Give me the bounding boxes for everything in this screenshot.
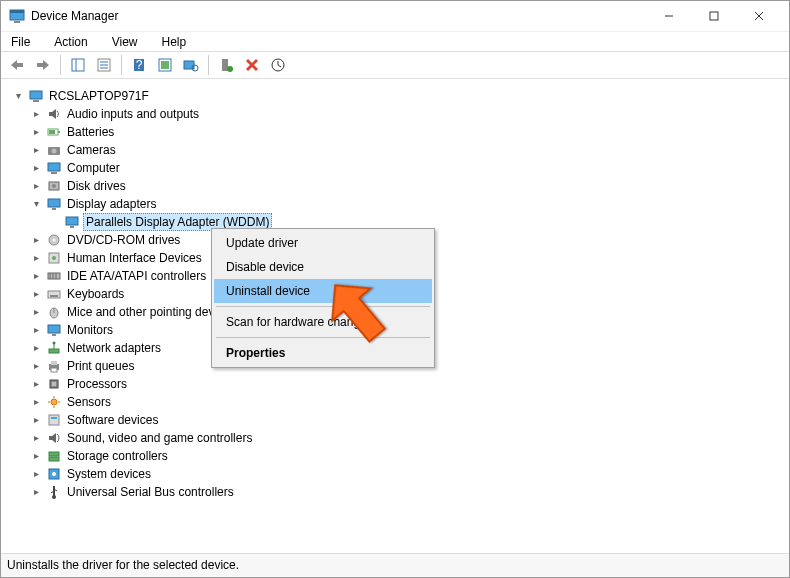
tree-category-label: System devices xyxy=(65,465,153,483)
expand-icon[interactable]: ▸ xyxy=(29,375,43,393)
maximize-button[interactable] xyxy=(691,2,736,30)
tree-category[interactable]: ▸Batteries xyxy=(11,123,779,141)
computer-icon xyxy=(28,88,44,104)
svg-point-74 xyxy=(52,495,56,499)
svg-rect-62 xyxy=(52,382,56,386)
tree-category[interactable]: ▸Processors xyxy=(11,375,779,393)
expand-icon[interactable]: ▸ xyxy=(29,123,43,141)
expand-icon[interactable]: ▸ xyxy=(29,339,43,357)
expand-icon[interactable]: ▸ xyxy=(29,105,43,123)
svg-rect-33 xyxy=(48,163,60,171)
tree-category[interactable]: ▸System devices xyxy=(11,465,779,483)
svg-rect-59 xyxy=(51,361,57,365)
minimize-button[interactable] xyxy=(646,2,691,30)
keyboard-icon xyxy=(46,286,62,302)
expand-icon[interactable]: ▸ xyxy=(29,231,43,249)
tree-category-label: Monitors xyxy=(65,321,115,339)
expand-icon[interactable]: ▸ xyxy=(29,483,43,501)
svg-rect-37 xyxy=(48,199,60,207)
usb-icon xyxy=(46,484,62,500)
app-icon xyxy=(9,8,25,24)
sound-icon xyxy=(46,430,62,446)
svg-rect-69 xyxy=(51,417,57,419)
expand-icon[interactable]: ▸ xyxy=(29,411,43,429)
monitor-icon xyxy=(46,322,62,338)
toolbar-separator xyxy=(121,55,122,75)
tree-category-label: Keyboards xyxy=(65,285,126,303)
menu-view[interactable]: View xyxy=(108,33,142,51)
tree-category[interactable]: ▸Sensors xyxy=(11,393,779,411)
context-menu-uninstall-device[interactable]: Uninstall device xyxy=(214,279,432,303)
context-menu: Update driver Disable device Uninstall d… xyxy=(211,228,435,368)
scan-hardware-button[interactable] xyxy=(179,53,203,77)
expand-icon[interactable]: ▾ xyxy=(29,195,43,213)
tree-root-label: RCSLAPTOP971F xyxy=(47,87,151,105)
tree-category-label: Display adapters xyxy=(65,195,158,213)
tree-category[interactable]: ▸Cameras xyxy=(11,141,779,159)
context-menu-properties[interactable]: Properties xyxy=(214,341,432,365)
expand-icon[interactable]: ▸ xyxy=(29,357,43,375)
tree-category[interactable]: ▸Disk drives xyxy=(11,177,779,195)
expand-icon[interactable]: ▸ xyxy=(29,159,43,177)
tree-category[interactable]: ▸Software devices xyxy=(11,411,779,429)
menu-file[interactable]: File xyxy=(7,33,34,51)
expand-icon[interactable]: ▸ xyxy=(29,429,43,447)
properties-button[interactable] xyxy=(92,53,116,77)
close-button[interactable] xyxy=(736,2,781,30)
tree-category[interactable]: ▸Audio inputs and outputs xyxy=(11,105,779,123)
scan-changes-button[interactable] xyxy=(266,53,290,77)
svg-rect-53 xyxy=(48,325,60,333)
expand-icon[interactable]: ▸ xyxy=(29,249,43,267)
tree-category[interactable]: ▸Computer xyxy=(11,159,779,177)
expand-icon[interactable]: ▸ xyxy=(29,447,43,465)
battery-icon xyxy=(46,124,62,140)
expand-icon[interactable]: ▸ xyxy=(29,177,43,195)
svg-point-63 xyxy=(51,399,57,405)
display-icon xyxy=(64,214,80,230)
expand-icon[interactable]: ▸ xyxy=(29,393,43,411)
title-bar: Device Manager xyxy=(1,1,789,31)
expand-icon[interactable]: ▸ xyxy=(29,303,43,321)
svg-text:?: ? xyxy=(136,58,143,72)
svg-point-57 xyxy=(53,342,56,345)
expand-icon[interactable]: ▸ xyxy=(29,321,43,339)
forward-button[interactable] xyxy=(31,53,55,77)
uninstall-device-button[interactable] xyxy=(240,53,264,77)
svg-rect-50 xyxy=(50,295,58,297)
window-title: Device Manager xyxy=(31,9,646,23)
expand-icon[interactable]: ▸ xyxy=(29,267,43,285)
update-driver-button[interactable] xyxy=(153,53,177,77)
tree-category[interactable]: ▾Display adapters xyxy=(11,195,779,213)
context-menu-disable-device[interactable]: Disable device xyxy=(214,255,432,279)
tree-category[interactable]: ▸Universal Serial Bus controllers xyxy=(11,483,779,501)
tree-category-label: Sensors xyxy=(65,393,113,411)
expand-icon[interactable]: ▸ xyxy=(29,285,43,303)
collapse-icon[interactable]: ▾ xyxy=(11,87,25,105)
tree-category[interactable]: ▸Sound, video and game controllers xyxy=(11,429,779,447)
help-button[interactable]: ? xyxy=(127,53,151,77)
tree-root[interactable]: ▾ RCSLAPTOP971F xyxy=(11,87,779,105)
expand-icon[interactable]: ▸ xyxy=(29,141,43,159)
svg-point-44 xyxy=(52,256,56,260)
menu-help[interactable]: Help xyxy=(158,33,191,51)
status-text: Uninstalls the driver for the selected d… xyxy=(7,558,239,572)
toolbar-separator xyxy=(60,55,61,75)
svg-rect-34 xyxy=(51,172,57,174)
expand-icon[interactable]: ▸ xyxy=(29,465,43,483)
context-menu-update-driver[interactable]: Update driver xyxy=(214,231,432,255)
enable-device-button[interactable] xyxy=(214,53,238,77)
display-icon xyxy=(46,196,62,212)
svg-rect-54 xyxy=(52,334,56,336)
svg-rect-7 xyxy=(16,63,23,67)
tree-category-label: Computer xyxy=(65,159,122,177)
svg-rect-39 xyxy=(66,217,78,225)
show-hide-tree-button[interactable] xyxy=(66,53,90,77)
svg-rect-26 xyxy=(30,91,42,99)
menu-action[interactable]: Action xyxy=(50,33,91,51)
svg-rect-30 xyxy=(49,130,55,134)
back-button[interactable] xyxy=(5,53,29,77)
camera-icon xyxy=(46,142,62,158)
context-menu-scan-hardware[interactable]: Scan for hardware changes xyxy=(214,310,432,334)
storage-icon xyxy=(46,448,62,464)
tree-category[interactable]: ▸Storage controllers xyxy=(11,447,779,465)
